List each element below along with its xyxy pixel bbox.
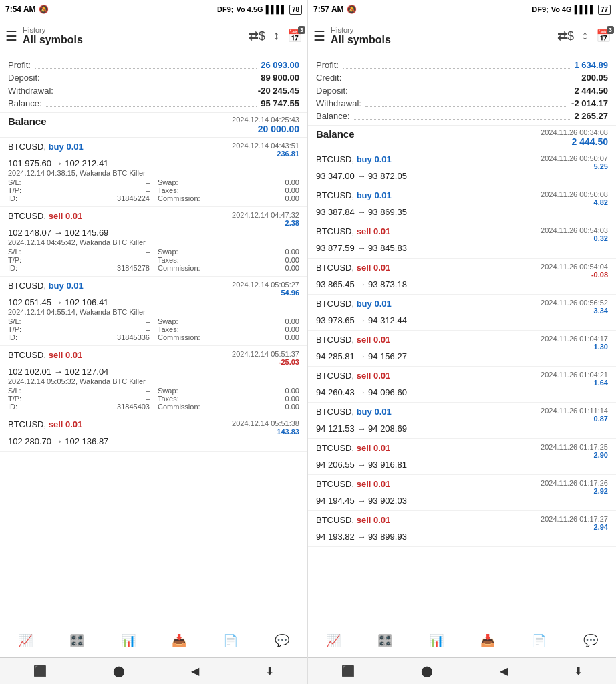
summary-row: Deposit: 2 444.50	[316, 84, 608, 97]
trade-item[interactable]: BTCUSD, sell 0.01 2024.11.26 01:04:17 1.…	[308, 331, 616, 367]
summary-label: Deposit:	[316, 86, 348, 96]
swap-value: 0.00	[285, 387, 299, 395]
summary-value: -2 014.17	[571, 98, 608, 108]
trade-item[interactable]: BTCUSD, buy 0.01 2024.11.26 00:56:52 3.3…	[308, 295, 616, 331]
balance-section: Balance 2024.11.26 00:34:08 2 444.50	[308, 126, 616, 150]
sys-back-btn[interactable]: ◀	[191, 665, 199, 677]
trade-profit: 2.90	[541, 451, 608, 459]
sys-home-btn[interactable]: ⬤	[113, 665, 125, 677]
swap-label: Swap:	[158, 387, 178, 395]
transfer-icon[interactable]: ⇄$	[557, 29, 574, 43]
sys-down-btn[interactable]: ⬇	[265, 665, 274, 677]
sort-icon[interactable]: ↕	[582, 29, 588, 43]
sort-icon[interactable]: ↕	[273, 29, 279, 43]
trade-item[interactable]: BTCUSD, buy 0.01 2024.11.26 01:11:14 0.8…	[308, 403, 616, 439]
balance-header-row: Balance 2024.11.26 00:34:08 2 444.50	[316, 128, 608, 147]
trade-date-profit: 2024.12.14 04:43:51 236.81	[232, 142, 299, 158]
trade-item[interactable]: BTCUSD, sell 0.01 2024.12.14 05:51:38 14…	[0, 415, 307, 452]
trade-symbol: BTCUSD, sell 0.01	[8, 419, 82, 430]
calendar-icon[interactable]: 📅 3	[596, 29, 611, 43]
history-nav[interactable]: 📥	[480, 633, 495, 648]
id-label: ID:	[8, 264, 17, 272]
trade-date: 2024.11.26 00:56:52	[541, 299, 608, 307]
trade-profit: 54.96	[232, 289, 299, 297]
signals-nav[interactable]: 🎛️	[69, 633, 84, 648]
summary-row: Balance: 2 265.27	[316, 110, 608, 122]
trade-item[interactable]: BTCUSD, buy 0.01 2024.11.26 00:50:08 4.8…	[308, 186, 616, 222]
hamburger-icon[interactable]: ☰	[313, 28, 325, 44]
sl-value: –	[146, 317, 150, 325]
commission-row: Commission: 0.00	[158, 264, 299, 272]
summary-row: Balance: 95 747.55	[8, 97, 299, 110]
sl-row: S/L: –	[8, 178, 150, 186]
trade-item[interactable]: BTCUSD, buy 0.01 2024.12.14 05:05:27 54.…	[0, 277, 307, 346]
trade-date: 2024.11.26 00:54:03	[541, 226, 608, 234]
messages-nav[interactable]: 💬	[275, 633, 289, 648]
sys-home-btn[interactable]: ⬤	[421, 665, 433, 677]
header-icons: ⇄$ ↕ 📅 3	[557, 29, 611, 43]
trade-item[interactable]: BTCUSD, sell 0.01 2024.11.26 01:17:26 2.…	[308, 475, 616, 511]
dotted-separator	[345, 75, 577, 81]
balance-header-row: Balance 2024.12.14 04:25:43 20 000.00	[8, 116, 299, 134]
trade-profit: 0.87	[541, 415, 608, 423]
trade-date-profit: 2024.11.26 01:11:14 0.87	[541, 407, 608, 423]
battery-indicator: 77	[598, 5, 611, 15]
trade-prices: 102 102.01 → 102 127.04	[8, 367, 299, 377]
sys-stop-btn[interactable]: ⬛	[33, 665, 47, 677]
id-value: 31845403	[117, 403, 150, 411]
sys-back-btn[interactable]: ◀	[500, 665, 508, 677]
trade-detail-date: 2024.12.14 04:55:14, Wakanda BTC Killer	[8, 308, 299, 316]
status-bar: 7:54 AM 🔕 DF9; Vo 4.5G ▌▌▌▌ 78	[0, 0, 307, 19]
reports-nav[interactable]: 📄	[223, 633, 238, 648]
bluetooth-icon: DF9;	[532, 5, 548, 13]
trade-prices: 102 280.70 → 102 136.87	[8, 436, 299, 446]
sys-down-btn[interactable]: ⬇	[574, 665, 583, 677]
calendar-icon[interactable]: 📅 3	[287, 29, 302, 43]
taxes-value: 0.00	[285, 256, 299, 264]
messages-nav[interactable]: 💬	[583, 633, 598, 648]
trade-prices: 93 877.59 → 93 845.83	[316, 243, 608, 253]
tp-value: –	[146, 256, 150, 264]
reports-nav[interactable]: 📄	[532, 633, 547, 648]
status-time: 7:57 AM	[313, 5, 344, 14]
trade-date: 2024.11.26 01:17:27	[541, 515, 608, 523]
trade-item[interactable]: BTCUSD, sell 0.01 2024.12.14 05:51:37 -2…	[0, 346, 307, 415]
trade-symbol: BTCUSD, buy 0.01	[316, 190, 392, 200]
trade-item[interactable]: BTCUSD, sell 0.01 2024.11.26 00:54:03 0.…	[308, 222, 616, 259]
chart-nav[interactable]: 📈	[326, 633, 341, 648]
trade-item[interactable]: BTCUSD, buy 0.01 2024.11.26 00:50:07 5.2…	[308, 150, 616, 186]
trade-list: BTCUSD, buy 0.01 2024.12.14 04:43:51 236…	[0, 138, 307, 623]
summary-label: Profit:	[316, 60, 339, 70]
bottom-nav: 📈🎛️📊📥📄💬	[308, 623, 616, 657]
trade-direction: sell 0.01	[49, 419, 83, 430]
header-title: All symbols	[23, 34, 243, 46]
transfer-icon[interactable]: ⇄$	[249, 29, 265, 43]
trade-item[interactable]: BTCUSD, sell 0.01 2024.12.14 04:47:32 2.…	[0, 207, 307, 277]
analytics-nav[interactable]: 📊	[121, 633, 136, 648]
trade-symbol: BTCUSD, sell 0.01	[316, 515, 390, 525]
alarm-icon: 🔕	[347, 5, 357, 14]
history-nav[interactable]: 📥	[172, 633, 186, 648]
dotted-separator	[365, 100, 567, 107]
summary-value: 26 093.00	[261, 60, 299, 70]
hamburger-icon[interactable]: ☰	[5, 28, 17, 44]
analytics-nav[interactable]: 📊	[429, 633, 444, 648]
summary-label: Balance:	[8, 98, 42, 108]
sys-stop-btn[interactable]: ⬛	[341, 665, 355, 677]
network-label: Vo 4G	[551, 5, 572, 13]
trade-item[interactable]: BTCUSD, sell 0.01 2024.11.26 01:04:21 1.…	[308, 367, 616, 403]
trade-date: 2024.12.14 04:47:32	[232, 211, 299, 219]
chart-nav[interactable]: 📈	[18, 633, 33, 648]
trade-symbol: BTCUSD, sell 0.01	[316, 263, 390, 273]
trade-item[interactable]: BTCUSD, sell 0.01 2024.11.26 01:17:27 2.…	[308, 511, 616, 547]
trade-item[interactable]: BTCUSD, sell 0.01 2024.11.26 01:17:25 2.…	[308, 439, 616, 475]
trade-item[interactable]: BTCUSD, sell 0.01 2024.11.26 00:54:04 -0…	[308, 259, 616, 295]
calendar-badge: 3	[607, 26, 614, 34]
trade-details-grid: S/L: – Swap: 0.00 T/P: – Taxes: 0.00	[8, 248, 299, 272]
trade-date: 2024.11.26 01:11:14	[541, 407, 608, 415]
trade-direction: buy 0.01	[357, 190, 392, 200]
trade-direction: sell 0.01	[357, 479, 391, 489]
balance-date: 2024.12.14 04:25:43	[232, 116, 299, 124]
signals-nav[interactable]: 🎛️	[377, 633, 392, 648]
trade-item[interactable]: BTCUSD, buy 0.01 2024.12.14 04:43:51 236…	[0, 138, 307, 207]
